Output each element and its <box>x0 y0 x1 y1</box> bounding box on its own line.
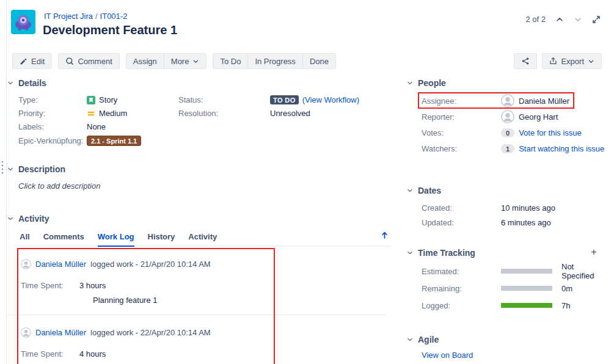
story-icon <box>87 96 95 104</box>
watchers-label: Watchers: <box>422 144 501 153</box>
user-avatar-icon <box>501 94 514 107</box>
votes-count-badge: 0 <box>501 128 514 137</box>
created-value: 10 minutes ago <box>501 203 555 213</box>
worklog-author-link[interactable]: Daniela Müller <box>35 260 86 269</box>
chevron-down-icon <box>192 58 199 65</box>
breadcrumb-issue-key-link[interactable]: IT001-2 <box>100 12 128 21</box>
reporter-value: Georg Hart <box>501 110 558 123</box>
status-label: Status: <box>178 95 270 104</box>
worklog-entry: Daniela Müller logged work - 21/Apr/20 1… <box>7 247 386 315</box>
share-button[interactable] <box>514 53 537 69</box>
add-time-tracking-button[interactable]: + <box>591 247 597 257</box>
watch-link[interactable]: Start watching this issue <box>519 144 604 153</box>
status-value: TO DO (View Workflow) <box>270 95 391 104</box>
done-button-label: Done <box>310 57 329 66</box>
edit-button[interactable]: Edit <box>12 53 52 69</box>
description-placeholder[interactable]: Click to add description <box>18 181 391 191</box>
labels-value: None <box>87 122 178 131</box>
epic-badge[interactable]: 2.1 - Sprint 1.1 <box>87 136 141 146</box>
updated-row: Updated: 6 minutes ago <box>407 215 605 230</box>
previous-issue-button[interactable] <box>555 15 564 24</box>
breadcrumb-separator: / <box>95 12 98 21</box>
logged-label: Logged: <box>422 301 501 310</box>
details-fields: Type: Story Status: TO DO (View Workflow… <box>18 95 391 146</box>
resolution-value: Unresolved <box>270 109 391 118</box>
details-section-toggle[interactable]: Details <box>7 76 391 88</box>
chevron-up-icon <box>555 15 564 24</box>
more-menu-button[interactable]: More <box>164 53 207 69</box>
worklog-action-text: logged work - 22/Apr/20 10:14 AM <box>90 328 211 337</box>
created-row: Created: 10 minutes ago <box>407 200 605 215</box>
updated-label: Updated: <box>422 218 501 227</box>
logged-text: 7h <box>561 301 570 310</box>
activity-tab-bar: All Comments Work Log History Activity <box>20 232 391 247</box>
pencil-icon <box>20 57 27 65</box>
transition-todo-button[interactable]: To Do <box>213 53 248 69</box>
view-workflow-link[interactable]: (View Workflow) <box>302 95 359 104</box>
logged-value: 7h <box>501 301 570 310</box>
transition-done-button[interactable]: Done <box>303 53 336 69</box>
view-on-board-link[interactable]: View on Board <box>422 351 473 360</box>
chevron-down-icon <box>7 80 13 86</box>
worklog-entry-header: Daniela Müller logged work - 22/Apr/20 1… <box>21 327 386 338</box>
chevron-down-icon <box>588 58 594 65</box>
reporter-row: Reporter: Georg Hart <box>407 109 605 125</box>
reporter-name[interactable]: Georg Hart <box>519 112 558 122</box>
expand-icon <box>592 15 601 24</box>
time-tracking-rows: Estimated: Not Specified Remaining: 0m L… <box>407 263 605 314</box>
estimated-row: Estimated: Not Specified <box>407 263 605 280</box>
assign-button[interactable]: Assign <box>126 53 164 69</box>
fullscreen-toggle-button[interactable] <box>592 15 601 24</box>
people-heading: People <box>418 78 446 88</box>
remaining-value: 0m <box>501 284 572 293</box>
watchers-value: 1 Start watching this issue <box>501 144 604 153</box>
drag-handle-icon[interactable] <box>1 160 4 178</box>
tab-work-log[interactable]: Work Log <box>98 232 134 247</box>
comment-icon <box>65 57 74 65</box>
export-button-label: Export <box>561 57 584 66</box>
toolbar-right: Export <box>514 53 602 69</box>
description-section-toggle[interactable]: Description <box>7 162 391 174</box>
export-menu-button[interactable]: Export <box>542 53 602 69</box>
worklog-entry: Daniela Müller logged work - 22/Apr/20 1… <box>7 315 386 364</box>
tab-activity[interactable]: Activity <box>188 232 217 247</box>
assignee-name[interactable]: Daniela Müller <box>519 96 569 106</box>
tab-all[interactable]: All <box>20 232 30 247</box>
dates-section-toggle[interactable]: Dates <box>407 183 605 195</box>
breadcrumb: IT Project Jira/IT001-2 <box>44 12 127 21</box>
labels-label: Labels: <box>18 122 87 131</box>
watchers-row: Watchers: 1 Start watching this issue <box>407 140 605 156</box>
updated-value: 6 minutes ago <box>501 218 551 227</box>
type-label: Type: <box>18 95 87 104</box>
breadcrumb-project-link[interactable]: IT Project Jira <box>44 12 93 21</box>
assignee-label: Assignee: <box>422 96 501 106</box>
sidebar-collapse-rail[interactable] <box>0 0 7 364</box>
agile-section-toggle[interactable]: Agile <box>407 332 605 344</box>
remaining-label: Remaining: <box>422 284 501 293</box>
vote-link[interactable]: Vote for this issue <box>519 128 582 137</box>
worklog-author-link[interactable]: Daniela Müller <box>35 328 86 337</box>
sort-order-button[interactable] <box>381 231 389 241</box>
status-badge: TO DO <box>270 95 299 104</box>
transition-in-progress-button[interactable]: In Progress <box>248 53 302 69</box>
pager-position: 2 of 2 <box>525 15 546 24</box>
tab-comments[interactable]: Comments <box>43 232 84 247</box>
votes-label: Votes: <box>422 128 501 137</box>
issue-toolbar: Edit Comment Assign More To Do In Progre… <box>12 53 602 69</box>
priority-medium-icon <box>87 109 95 118</box>
comment-button[interactable]: Comment <box>58 53 119 69</box>
people-section-toggle[interactable]: People <box>407 76 605 88</box>
user-avatar-icon <box>501 110 514 123</box>
assignee-value: Daniela Müller <box>501 94 569 107</box>
tab-history[interactable]: History <box>148 232 175 247</box>
worklog-comment: Planning feature 1 <box>93 296 386 305</box>
time-spent-value: 4 hours <box>79 349 106 359</box>
time-tracking-section-toggle[interactable]: Time Tracking <box>407 246 475 258</box>
time-tracking-section: Time Tracking + Estimated: Not Specified… <box>407 246 605 314</box>
user-avatar-icon <box>21 259 31 269</box>
next-issue-button[interactable] <box>574 15 582 24</box>
priority-value: Medium <box>87 109 178 118</box>
activity-heading: Activity <box>18 214 49 224</box>
estimated-value: Not Specified <box>501 262 605 280</box>
activity-section-toggle[interactable]: Activity <box>7 211 391 224</box>
